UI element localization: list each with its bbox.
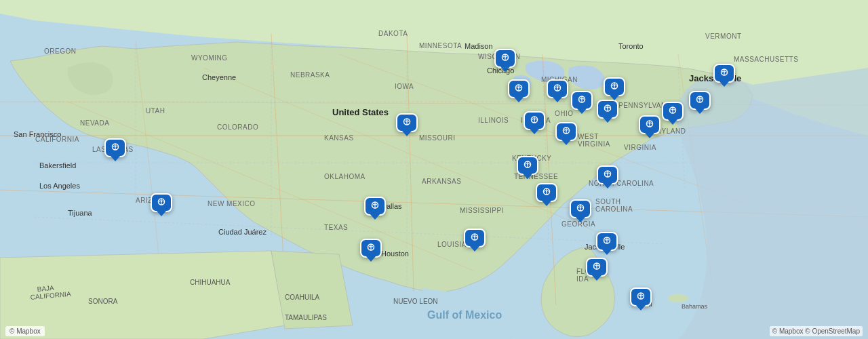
pin-cincinnati[interactable] [555,122,577,141]
pin-memphis-area[interactable] [536,183,557,202]
map-container: Gulf of Mexico Bahamas BAJA CALIFORNIA S… [0,0,868,339]
pin-nyc[interactable] [689,91,711,110]
pin-new-england[interactable] [713,64,735,83]
pin-green-bay[interactable] [494,49,516,68]
map-attribution: © Mapbox © OpenStreetMap [770,326,863,336]
pin-charlotte[interactable] [597,165,618,184]
svg-text:SONORA: SONORA [88,298,118,305]
pin-buffalo[interactable] [604,77,625,96]
svg-text:Gulf of Mexico: Gulf of Mexico [427,309,502,321]
pin-nashville[interactable] [517,156,538,175]
svg-text:CHIHUAHUA: CHIHUAHUA [190,279,231,286]
mapbox-logo-text: © Mapbox [9,327,41,335]
pin-philly[interactable] [662,102,684,121]
svg-text:TAMAULIPAS: TAMAULIPAS [285,314,327,321]
pin-tampa[interactable] [586,258,608,277]
pin-houston[interactable] [360,239,382,258]
mapbox-logo: © Mapbox [5,326,45,336]
pin-detroit[interactable] [547,79,568,98]
pin-atlanta[interactable] [570,199,591,218]
pin-baltimore[interactable] [639,115,660,134]
pin-miami[interactable] [630,287,652,306]
svg-point-21 [668,294,688,302]
svg-text:COAHUILA: COAHUILA [285,294,319,301]
pin-jacksonville[interactable] [596,232,618,251]
pin-new-orleans[interactable] [464,228,486,247]
pin-pittsburgh[interactable] [597,100,618,119]
map-background: Gulf of Mexico Bahamas BAJA CALIFORNIA S… [0,0,868,339]
svg-text:Bahamas: Bahamas [682,303,708,310]
pin-las-vegas[interactable] [104,138,126,157]
pin-dallas[interactable] [364,197,386,216]
pin-kansas-city[interactable] [396,113,418,132]
svg-text:NUEVO LEON: NUEVO LEON [393,298,438,305]
pin-indianapolis[interactable] [524,111,545,130]
pin-arizona[interactable] [151,193,172,212]
pin-chicago[interactable] [508,79,530,98]
attribution-text: © Mapbox © OpenStreetMap [772,327,860,335]
pin-cleveland[interactable] [571,91,593,110]
